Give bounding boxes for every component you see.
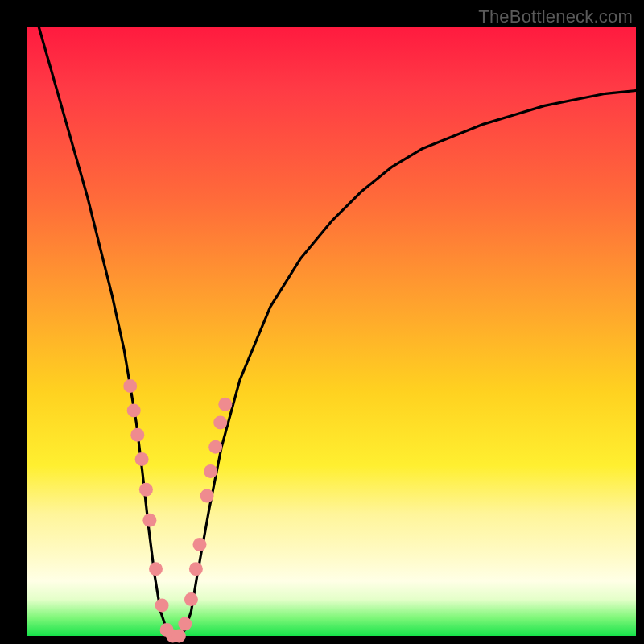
plot-gradient-area [27,27,636,636]
chart-frame: TheBottleneck.com [0,0,644,644]
watermark-label: TheBottleneck.com [478,6,633,27]
